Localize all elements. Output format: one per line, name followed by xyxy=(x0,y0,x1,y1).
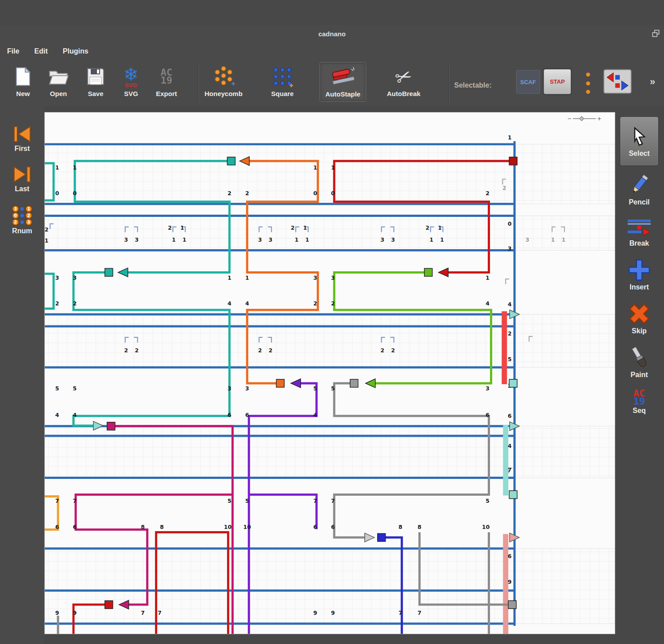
paint-tool-button[interactable]: Paint xyxy=(628,346,651,379)
strand-endpoint-square[interactable] xyxy=(508,601,516,609)
honeycomb-button-label: Honeycomb xyxy=(205,90,243,97)
new-button[interactable]: New xyxy=(10,65,36,97)
base-index-label: 3 xyxy=(525,237,529,243)
base-index-label: 4 xyxy=(508,301,512,308)
helix-grid-band xyxy=(45,548,615,624)
left-toolbar: First Last 3 1 0 2 2 3 Rnum xyxy=(0,106,44,644)
base-index-label: 1 xyxy=(182,237,186,243)
autobreak-button[interactable]: ✂ AutoBreak xyxy=(387,65,421,97)
base-index-label: 2 xyxy=(228,190,232,197)
base-index-label: 2 xyxy=(73,300,77,307)
base-index-label: 8 xyxy=(141,524,145,530)
base-index-label: 1 xyxy=(73,164,77,171)
base-index-label: 1 xyxy=(45,238,48,244)
toolbar-overflow-chevron[interactable]: » xyxy=(650,76,655,88)
base-index-label: 2 xyxy=(45,226,48,233)
toolbar-separator xyxy=(198,63,199,104)
base-index-label: 0 xyxy=(73,190,77,197)
scaffold-selectable-toggle[interactable]: SCAF xyxy=(516,70,540,94)
seq-tool-button[interactable]: AC 19 Seq xyxy=(633,389,645,415)
zoom-slider[interactable]: − + xyxy=(567,114,601,123)
base-index-label: 7 xyxy=(508,467,512,473)
save-button[interactable]: Save xyxy=(82,65,109,97)
scissors-icon: ✂ xyxy=(395,65,412,89)
cursor-icon xyxy=(629,125,649,148)
insert-tool-button[interactable]: Insert xyxy=(627,258,651,291)
strand-endpoint-arrow[interactable] xyxy=(365,533,374,542)
strand-endpoint-square[interactable] xyxy=(350,379,358,387)
path-view-svg[interactable]: 3311213311213311211122222211110022002213… xyxy=(45,112,615,634)
strand-endpoint-arrow[interactable] xyxy=(291,379,301,388)
base-index-label: 5 xyxy=(313,385,317,392)
strand-endpoint-square[interactable] xyxy=(227,157,235,165)
last-button[interactable]: Last xyxy=(12,165,32,193)
square-lattice-button[interactable]: Square xyxy=(269,65,296,97)
zoom-in-button[interactable]: + xyxy=(598,115,601,122)
zoom-track[interactable] xyxy=(573,118,596,119)
renumber-icon: 3 1 0 2 2 3 xyxy=(12,205,33,226)
menu-item-edit[interactable]: Edit xyxy=(35,47,48,55)
base-index-label: 2 xyxy=(258,347,262,354)
paint-tool-label: Paint xyxy=(630,371,648,379)
skip-to-first-icon xyxy=(12,125,32,143)
base-index-label: 10 xyxy=(243,524,251,530)
export-button-label: Export xyxy=(156,90,177,97)
zoom-out-button[interactable]: − xyxy=(567,115,571,122)
honeycomb-lattice-button[interactable]: Honeycomb xyxy=(205,65,243,97)
cross-icon xyxy=(627,302,651,326)
strand-endpoint-arrow[interactable] xyxy=(118,268,128,277)
base-index-label: 1 xyxy=(331,164,335,171)
strand-endpoint-square[interactable] xyxy=(509,491,517,499)
open-button[interactable]: Open xyxy=(45,65,72,97)
export-button[interactable]: AC19 Export xyxy=(153,65,180,97)
selection-filter-dots-button[interactable] xyxy=(584,71,591,96)
stapler-icon xyxy=(330,65,356,89)
strand-endpoint-square[interactable] xyxy=(105,268,113,276)
skip-tool-button[interactable]: Skip xyxy=(627,302,651,335)
select-tool-button[interactable]: Select xyxy=(620,116,659,166)
base-index-label: 7 xyxy=(158,609,162,616)
first-button[interactable]: First xyxy=(12,125,32,153)
base-index-label: 10 xyxy=(482,524,490,530)
strand-endpoint-arrow[interactable] xyxy=(366,379,375,388)
break-tool-button[interactable]: Break xyxy=(626,217,652,247)
open-button-label: Open xyxy=(50,90,67,97)
helix-grid-band xyxy=(45,426,615,478)
svg-snowflake-icon: ❄SVG xyxy=(120,65,142,89)
zoom-handle[interactable] xyxy=(579,116,584,121)
base-index-label: 8 xyxy=(160,524,164,530)
pencil-tool-button[interactable]: Pencil xyxy=(628,173,651,206)
path-view-canvas[interactable]: 3311213311213311211122222211110022002213… xyxy=(44,112,615,634)
insertion-bracket-icon xyxy=(506,279,509,284)
strand-endpoint-square[interactable] xyxy=(105,601,113,609)
base-index-label: 4 xyxy=(486,300,490,307)
orange-dot-icon xyxy=(586,73,590,77)
autostaple-button[interactable]: AutoStaple xyxy=(320,62,366,102)
restore-window-button[interactable] xyxy=(651,29,661,39)
selectable-label: Selectable: xyxy=(454,81,491,89)
sequence-icon: AC 19 xyxy=(633,389,645,405)
base-index-label: 6 xyxy=(486,412,490,418)
teal-edge-stub-b[interactable] xyxy=(45,274,54,309)
strand-endpoint-square[interactable] xyxy=(425,268,432,276)
rnum-button[interactable]: 3 1 0 2 2 3 Rnum xyxy=(12,205,33,235)
new-button-label: New xyxy=(16,90,30,97)
select-tool-label: Select xyxy=(629,150,649,158)
menu-item-file[interactable]: File xyxy=(7,47,19,55)
base-index-label: 4 xyxy=(55,412,59,418)
strand-endpoint-square[interactable] xyxy=(378,533,386,541)
window-title-bar[interactable]: cadnano xyxy=(0,25,664,42)
endpoint-selection-filter-button[interactable] xyxy=(603,69,632,96)
strand-endpoint-arrow[interactable] xyxy=(439,268,448,277)
base-index-label: 4 xyxy=(228,300,232,307)
base-index-label: 6 xyxy=(55,524,59,530)
strand-endpoint-square[interactable] xyxy=(107,422,115,430)
skip-tool-label: Skip xyxy=(632,327,647,335)
menu-item-plugins[interactable]: Plugins xyxy=(63,47,89,55)
strand-endpoint-square[interactable] xyxy=(509,157,517,165)
strand-endpoint-square[interactable] xyxy=(509,379,517,387)
staple-selectable-toggle[interactable]: STAP xyxy=(544,69,571,94)
base-index-label: 9 xyxy=(331,609,335,616)
svg-export-button[interactable]: ❄SVG SVG xyxy=(118,65,144,97)
strand-endpoint-square[interactable] xyxy=(276,379,284,387)
